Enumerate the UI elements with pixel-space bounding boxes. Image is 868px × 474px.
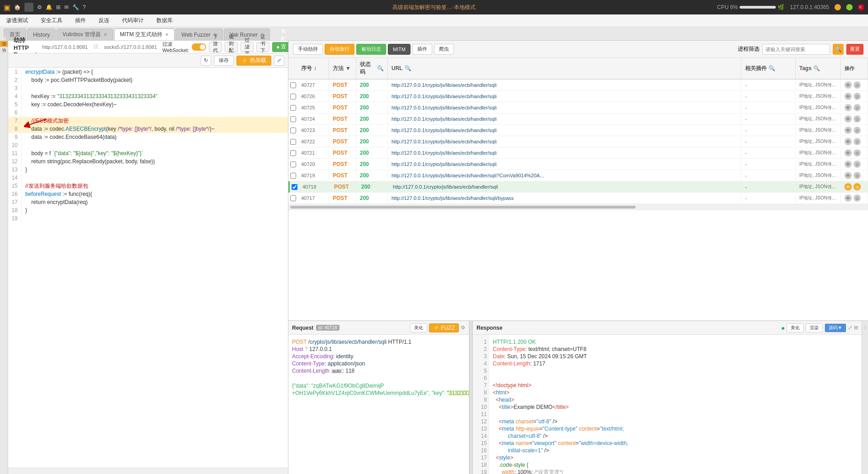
render-btn[interactable]: 渲染 — [806, 323, 823, 332]
ops-more-icon-4[interactable]: ⊙ — [854, 127, 861, 134]
close-button[interactable]: ✕ — [858, 4, 864, 10]
row-check-9[interactable] — [290, 184, 299, 190]
clean-start-btn[interactable]: ● 免配置启动 — [272, 42, 290, 52]
bell-icon[interactable]: 🔔 — [46, 4, 52, 10]
ops-eye-icon-0[interactable]: 👁 — [844, 81, 852, 89]
ops-eye-icon-6[interactable]: 👁 — [844, 149, 852, 156]
menu-code-audit[interactable]: 代码审计 — [119, 15, 146, 26]
help-icon[interactable]: ? — [83, 4, 86, 10]
ops-more-icon-5[interactable]: ⊙ — [854, 138, 861, 145]
row-checkbox-7[interactable] — [290, 161, 296, 167]
row-checkbox-0[interactable] — [290, 82, 296, 88]
url-search-icon[interactable]: 🔍 — [405, 65, 411, 71]
tab-mitm-close[interactable]: ✕ — [165, 32, 169, 37]
plugin-mode-btn[interactable]: 插件 — [412, 44, 432, 55]
table-row[interactable]: 40722 POST 200 http://127.0.0.1/crypto/j… — [288, 136, 868, 147]
row-check-3[interactable] — [288, 116, 297, 122]
tab-vulinbox[interactable]: Vulinbox 管理器 ✕ — [57, 28, 113, 40]
refresh-btn[interactable]: ↻ — [201, 56, 211, 66]
ops-eye-icon-5[interactable]: 👁 — [844, 138, 852, 145]
side-tab-active[interactable]: 热 — [0, 41, 8, 47]
beautify-response-btn[interactable]: 美化 — [787, 323, 804, 332]
related-search-icon[interactable]: 🔍 — [769, 65, 775, 71]
table-row[interactable]: 40727 POST 200 http://127.0.0.1/crypto/j… — [288, 80, 868, 91]
row-checkbox-8[interactable] — [290, 173, 296, 179]
table-row[interactable]: 40717 POST 200 http://127.0.0.1/crypto/j… — [288, 193, 868, 204]
ws-toggle-track[interactable] — [192, 43, 206, 51]
cert-btn[interactable]: 证书下载 — [256, 42, 269, 52]
row-check-2[interactable] — [288, 105, 297, 111]
passive-log-btn[interactable]: 被动日志 — [356, 44, 386, 55]
table-h-scrollbar[interactable] — [290, 206, 636, 209]
tools-icon[interactable]: 🔧 — [72, 4, 79, 10]
row-checkbox-1[interactable] — [290, 94, 296, 100]
row-checkbox-10[interactable] — [290, 195, 296, 201]
ops-more-icon-6[interactable]: ⊙ — [854, 149, 861, 156]
menu-plugins[interactable]: 插件 — [72, 15, 89, 26]
ops-more-icon-0[interactable]: ⊙ — [854, 81, 861, 89]
search-button[interactable]: 🔍 — [833, 44, 844, 55]
row-check-10[interactable] — [288, 195, 297, 201]
response-mode-btn[interactable]: 源码▼ — [825, 323, 846, 332]
mail-icon[interactable]: ✉ — [64, 4, 69, 10]
row-check-1[interactable] — [288, 94, 297, 100]
row-checkbox-4[interactable] — [290, 128, 296, 133]
row-check-0[interactable] — [288, 82, 297, 88]
table-row[interactable]: 40724 POST 200 http://127.0.0.1/crypto/j… — [288, 114, 868, 125]
ops-eye-icon-2[interactable]: 👁 — [844, 104, 852, 111]
keyword-search-input[interactable] — [762, 44, 830, 55]
ops-eye-icon-9[interactable]: 👁 — [844, 183, 852, 190]
rules-btn[interactable]: 规则配置 — [225, 42, 238, 52]
ops-more-icon-7[interactable]: ⊙ — [854, 161, 861, 168]
maximize-button[interactable]: □ — [846, 4, 853, 10]
tab-vulinbox-close[interactable]: ✕ — [104, 32, 107, 37]
row-check-8[interactable] — [288, 173, 297, 179]
crawl-mode-btn[interactable]: 爬虫 — [434, 44, 454, 55]
ops-eye-icon-8[interactable]: 👁 — [844, 172, 852, 179]
ops-eye-icon-3[interactable]: 👁 — [844, 115, 852, 123]
row-check-7[interactable] — [288, 161, 297, 167]
row-checkbox-6[interactable] — [290, 150, 296, 156]
response-copy-icon[interactable]: ⊞ — [854, 325, 858, 331]
row-check-4[interactable] — [288, 128, 297, 133]
ops-eye-icon-10[interactable]: 👁 — [844, 194, 852, 202]
menu-pentest[interactable]: 渗透测试 — [4, 15, 31, 26]
table-row[interactable]: 40721 POST 200 http://127.0.0.1/crypto/j… — [288, 147, 868, 159]
method-filter-icon[interactable]: ▼ — [345, 65, 351, 71]
row-checkbox-2[interactable] — [290, 105, 296, 111]
request-settings-icon[interactable]: ⚙ — [461, 325, 465, 331]
ops-more-icon-8[interactable]: ⊙ — [854, 172, 861, 179]
status-search-icon[interactable]: 🔍 — [377, 65, 384, 71]
beautify-request-btn[interactable]: 美化 — [410, 323, 427, 332]
menu-database[interactable]: 数据库 — [154, 15, 175, 26]
ops-more-icon-1[interactable]: ⊙ — [854, 93, 861, 100]
row-check-5[interactable] — [288, 139, 297, 145]
panel-divider[interactable] — [469, 321, 473, 474]
reset-button[interactable]: 重置 — [846, 44, 863, 55]
row-checkbox-5[interactable] — [290, 139, 296, 145]
response-expand-icon[interactable]: ⤢ — [848, 325, 852, 331]
hot-load-btn[interactable]: ⚡ 热加载 — [236, 56, 271, 66]
tags-search-icon[interactable]: 🔍 — [813, 65, 820, 71]
ops-eye-icon-4[interactable]: 👁 — [844, 127, 852, 134]
save-btn[interactable]: 保存 — [214, 56, 234, 66]
table-h-scroll[interactable] — [288, 204, 868, 210]
menu-reverse[interactable]: 反连 — [96, 15, 112, 26]
side-tab-2[interactable]: 启 — [0, 47, 8, 52]
h-scroll-area[interactable] — [8, 468, 288, 474]
sort-icon[interactable]: ↕ — [314, 65, 316, 71]
table-row[interactable]: 40720 POST 200 http://127.0.0.1/crypto/j… — [288, 159, 868, 170]
tab-mitm[interactable]: MITM 交互式劫持 ✕ — [114, 28, 175, 40]
table-row[interactable]: 40723 POST 200 http://127.0.0.1/crypto/j… — [288, 125, 868, 136]
ops-more-icon-9[interactable]: ⊙ — [854, 183, 861, 190]
nav-home-icon[interactable]: 🏠 — [14, 4, 21, 10]
settings-icon[interactable]: ⚙ — [37, 4, 42, 10]
proxy-btn[interactable]: 下游代理 — [209, 42, 222, 52]
table-row-selected[interactable]: 40718 POST 200 http://127.0.0.1/crypto/j… — [288, 181, 868, 193]
row-check-6[interactable] — [288, 150, 297, 156]
ops-more-icon-10[interactable]: ⊙ — [854, 194, 861, 202]
filter-btn[interactable]: 过滤器 — [241, 42, 254, 52]
mitm-mode-btn[interactable]: MITM — [388, 44, 410, 55]
ws-toggle[interactable] — [192, 43, 206, 51]
ops-more-icon-2[interactable]: ⊙ — [854, 104, 861, 111]
